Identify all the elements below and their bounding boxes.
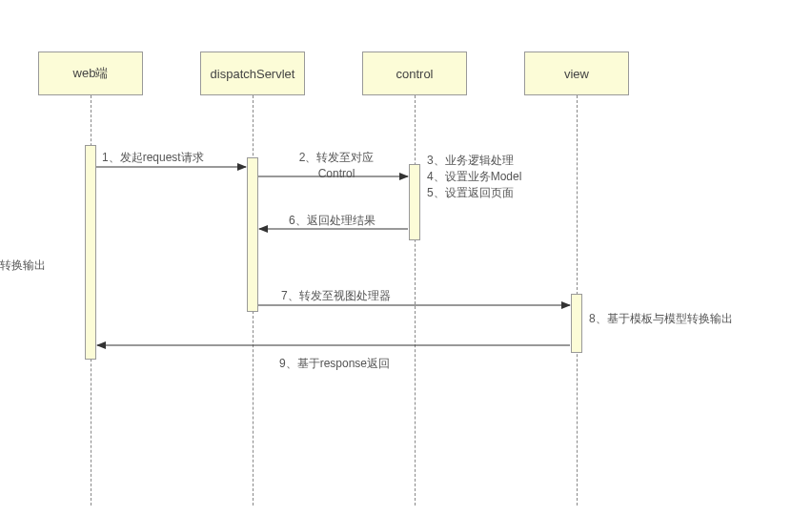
activation-web — [85, 145, 96, 360]
activation-dispatch — [247, 157, 258, 312]
participant-view: view — [524, 52, 629, 95]
lifeline-control — [415, 95, 416, 506]
activation-control — [409, 164, 420, 240]
label-m2-line1: 2、转发至对应 — [299, 151, 375, 164]
label-m6: 6、返回处理结果 — [289, 213, 376, 229]
side-label-left: 转换输出 — [0, 258, 46, 274]
label-m3: 3、业务逻辑处理 — [427, 154, 514, 167]
activation-view — [571, 294, 582, 353]
participant-web: web端 — [38, 52, 143, 95]
participant-control: control — [362, 52, 467, 95]
participant-control-label: control — [396, 67, 433, 81]
participant-web-label: web端 — [73, 65, 109, 82]
participant-view-label: view — [564, 67, 589, 81]
label-m5: 5、设置返回页面 — [427, 186, 514, 199]
label-m2-line2: Control — [318, 167, 355, 180]
participant-dispatch: dispatchServlet — [200, 52, 305, 95]
label-m1: 1、发起request请求 — [102, 150, 204, 166]
label-m7: 7、转发至视图处理器 — [281, 288, 391, 304]
label-m9: 9、基于response返回 — [279, 356, 390, 372]
label-m4: 4、设置业务Model — [427, 170, 521, 183]
label-m2: 2、转发至对应 Control — [279, 150, 394, 182]
label-m8: 8、基于模板与模型转换输出 — [589, 311, 733, 327]
participant-dispatch-label: dispatchServlet — [211, 67, 295, 81]
label-m345: 3、业务逻辑处理 4、设置业务Model 5、设置返回页面 — [427, 153, 521, 200]
